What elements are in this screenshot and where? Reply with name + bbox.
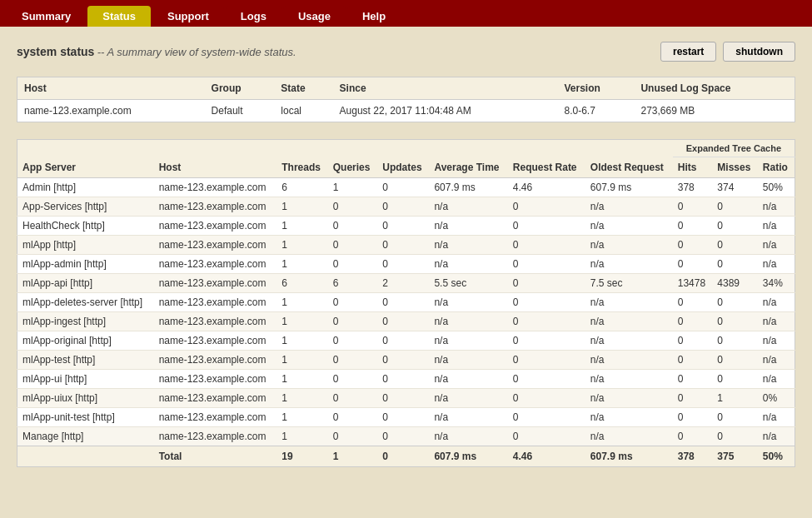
row-queries: 0: [328, 351, 377, 370]
table-row: mlApp-original [http] name-123.example.c…: [17, 331, 795, 351]
tab-status[interactable]: Status: [87, 6, 151, 27]
tab-help[interactable]: Help: [347, 6, 401, 27]
row-host: name-123.example.com: [154, 370, 277, 389]
host-name: name-123.example.com: [17, 100, 205, 122]
col-average-time: Average Time: [429, 157, 507, 178]
row-updates: 0: [377, 255, 429, 274]
row-ratio: n/a: [758, 312, 795, 331]
row-queries: 0: [328, 255, 377, 274]
row-threads: 1: [276, 217, 328, 236]
row-host: name-123.example.com: [154, 293, 277, 312]
table-row: mlApp-test [http] name-123.example.com 1…: [17, 351, 795, 370]
row-misses: 0: [712, 351, 758, 370]
row-threads: 1: [276, 351, 328, 370]
version-col-header: Version: [557, 77, 634, 100]
row-avg-time: n/a: [429, 427, 507, 446]
row-host: name-123.example.com: [154, 312, 277, 331]
col-queries: Queries: [328, 157, 377, 178]
main-content: system status -- A summary view of syste…: [0, 27, 812, 476]
row-app: Admin [http]: [17, 178, 154, 197]
row-host: name-123.example.com: [154, 197, 277, 217]
row-threads: 1: [276, 427, 328, 446]
row-threads: 6: [276, 178, 328, 197]
row-hits: 0: [673, 370, 713, 389]
row-host: name-123.example.com: [154, 255, 277, 274]
row-threads: 1: [276, 255, 328, 274]
total-misses: 375: [712, 446, 758, 467]
tab-support[interactable]: Support: [152, 6, 224, 27]
row-host: name-123.example.com: [154, 389, 277, 408]
tab-usage[interactable]: Usage: [283, 6, 346, 27]
total-avg-time: 607.9 ms: [429, 446, 507, 467]
row-host: name-123.example.com: [154, 236, 277, 255]
row-ratio: 50%: [758, 178, 795, 197]
row-avg-time: n/a: [429, 389, 507, 408]
tab-summary[interactable]: Summary: [7, 6, 86, 27]
row-avg-time: 5.5 sec: [429, 274, 507, 293]
table-row: App-Services [http] name-123.example.com…: [17, 197, 795, 217]
row-queries: 0: [328, 217, 377, 236]
row-misses: 0: [712, 331, 758, 351]
row-app: mlApp-deletes-server [http]: [17, 293, 154, 312]
total-hits: 378: [673, 446, 713, 467]
row-req-rate: 0: [508, 197, 585, 217]
table-row: mlApp-ui [http] name-123.example.com 1 0…: [17, 370, 795, 389]
row-ratio: n/a: [758, 408, 795, 427]
col-misses: Misses: [712, 157, 758, 178]
row-app: Manage [http]: [17, 427, 154, 446]
row-threads: 1: [276, 408, 328, 427]
row-req-rate: 0: [508, 274, 585, 293]
host-row: name-123.example.com Default local Augus…: [17, 100, 795, 122]
row-oldest: n/a: [585, 427, 673, 446]
row-req-rate: 0: [508, 370, 585, 389]
row-req-rate: 0: [508, 293, 585, 312]
row-oldest: n/a: [585, 389, 673, 408]
row-oldest: n/a: [585, 217, 673, 236]
row-avg-time: n/a: [429, 236, 507, 255]
host-table: Host Group State Since Version Unused Lo…: [17, 77, 795, 122]
row-app: mlApp-unit-test [http]: [17, 408, 154, 427]
row-avg-time: n/a: [429, 293, 507, 312]
table-row: mlApp-api [http] name-123.example.com 6 …: [17, 274, 795, 293]
row-req-rate: 0: [508, 427, 585, 446]
row-misses: 0: [712, 293, 758, 312]
tab-logs[interactable]: Logs: [226, 6, 281, 27]
row-threads: 1: [276, 370, 328, 389]
col-updates: Updates: [377, 157, 429, 178]
total-updates: 0: [377, 446, 429, 467]
row-threads: 6: [276, 274, 328, 293]
row-updates: 0: [377, 351, 429, 370]
row-updates: 0: [377, 236, 429, 255]
restart-button[interactable]: restart: [660, 42, 716, 62]
unused-log-col-header: Unused Log Space: [634, 77, 795, 100]
col-host: Host: [154, 157, 277, 178]
app-server-table: Expanded Tree Cache App Server Host Thre…: [17, 139, 795, 467]
row-app: mlApp-uiux [http]: [17, 389, 154, 408]
row-threads: 1: [276, 389, 328, 408]
row-avg-time: n/a: [429, 217, 507, 236]
table-row: mlApp-admin [http] name-123.example.com …: [17, 255, 795, 274]
row-host: name-123.example.com: [154, 351, 277, 370]
row-updates: 0: [377, 178, 429, 197]
table-row: HealthCheck [http] name-123.example.com …: [17, 217, 795, 236]
row-queries: 6: [328, 274, 377, 293]
row-queries: 0: [328, 389, 377, 408]
row-threads: 1: [276, 236, 328, 255]
row-updates: 0: [377, 293, 429, 312]
row-ratio: n/a: [758, 217, 795, 236]
row-app: mlApp-test [http]: [17, 351, 154, 370]
row-app: HealthCheck [http]: [17, 217, 154, 236]
row-ratio: 0%: [758, 389, 795, 408]
col-threads: Threads: [276, 157, 328, 178]
row-ratio: n/a: [758, 331, 795, 351]
row-updates: 0: [377, 331, 429, 351]
row-hits: 0: [673, 427, 713, 446]
expanded-tree-cache-header: Expanded Tree Cache: [673, 140, 795, 157]
col-ratio: Ratio: [758, 157, 795, 178]
row-app: mlApp-admin [http]: [17, 255, 154, 274]
row-req-rate: 0: [508, 217, 585, 236]
total-queries: 1: [328, 446, 377, 467]
host-since: August 22, 2017 11:04:48 AM: [333, 100, 558, 122]
row-updates: 0: [377, 389, 429, 408]
shutdown-button[interactable]: shutdown: [723, 42, 795, 62]
